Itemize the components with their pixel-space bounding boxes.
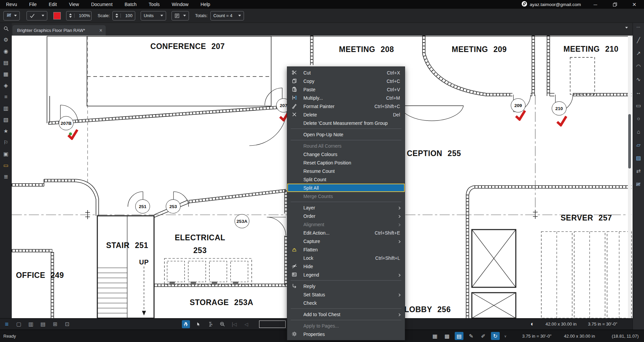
- first-page-button[interactable]: |◁: [230, 320, 238, 328]
- totals-dropdown[interactable]: Count = 4: [210, 11, 244, 20]
- spaces-icon[interactable]: ◈: [3, 83, 9, 88]
- status-page-size[interactable]: 42.00 x 30.00 in: [558, 334, 595, 339]
- count-check-markup[interactable]: [66, 129, 80, 142]
- account-button[interactable]: ayaz.taimoor@gmail.com: [522, 1, 586, 8]
- studio-stack-icon[interactable]: ≣: [3, 174, 9, 180]
- menu-item-multiply[interactable]: Multiply...Ctrl+M: [287, 94, 405, 102]
- caption-style-dropdown[interactable]: [171, 11, 189, 20]
- markup-list-icon[interactable]: ▥: [3, 105, 9, 111]
- spinner-arrows-icon[interactable]: [69, 13, 75, 18]
- menu-item-hide[interactable]: Hide: [287, 262, 405, 271]
- page-number-input[interactable]: [259, 321, 286, 328]
- polyline-tool-icon[interactable]: ∿: [636, 77, 642, 82]
- menu-view[interactable]: View: [63, 0, 85, 9]
- menu-item-format-painter[interactable]: Format PainterCtrl+Shift+C: [287, 102, 405, 110]
- color-pen-icon[interactable]: ✐: [479, 332, 488, 340]
- line-tool-icon[interactable]: ╱: [636, 37, 642, 43]
- menu-item-open-pop-up-note[interactable]: Open Pop-Up Note: [287, 130, 405, 139]
- minimize-button[interactable]: ─: [586, 0, 605, 9]
- menu-file[interactable]: File: [23, 0, 43, 9]
- grid-snap-icon[interactable]: ▦: [431, 332, 439, 340]
- measure-between-icon[interactable]: ⇄: [636, 168, 642, 174]
- menu-tools[interactable]: Tools: [143, 0, 166, 9]
- count-tool-icon[interactable]: [636, 181, 642, 187]
- opacity-spinner[interactable]: 100%: [66, 11, 92, 20]
- arc-tool-icon[interactable]: ◠: [636, 63, 642, 69]
- tab-close-icon[interactable]: ×: [99, 28, 102, 33]
- menu-item-paste[interactable]: PasteCtrl+V: [287, 85, 405, 94]
- full-page-view-icon[interactable]: ⊞: [51, 320, 59, 328]
- stamp-icon[interactable]: ◉: [3, 48, 9, 54]
- single-pane-icon[interactable]: ▢: [15, 320, 23, 328]
- drag-handle-icon[interactable]: •••: [636, 24, 642, 30]
- count-check-markup[interactable]: [555, 115, 569, 129]
- select-tool-button[interactable]: [194, 320, 202, 328]
- layers-icon[interactable]: ≡: [3, 94, 9, 100]
- menu-item-capture[interactable]: Capture: [287, 237, 405, 245]
- fit-page-icon[interactable]: ⊡: [63, 320, 71, 328]
- split-horizontal-icon[interactable]: ▤: [39, 320, 47, 328]
- menu-item-split-all[interactable]: Split All: [287, 184, 405, 192]
- perimeter-tool-icon[interactable]: ▱: [636, 142, 642, 148]
- reuse-caret-icon[interactable]: ∨: [503, 332, 508, 340]
- menu-item-reply[interactable]: Reply: [287, 282, 405, 290]
- settings-gear-icon[interactable]: ⚙: [3, 37, 9, 43]
- thumbnails-icon[interactable]: ▦: [3, 71, 9, 77]
- menu-item-properties[interactable]: Properties: [287, 330, 405, 338]
- reuse-markup-icon[interactable]: ↻: [491, 332, 500, 340]
- menu-document[interactable]: Document: [85, 0, 118, 9]
- arrow-tool-icon[interactable]: ↗: [636, 50, 642, 56]
- previous-page-button[interactable]: ◁: [242, 320, 250, 328]
- select-text-button[interactable]: A: [206, 320, 214, 328]
- count-check-markup[interactable]: [514, 109, 528, 123]
- menu-item-cut[interactable]: CutCtrl+X: [287, 68, 405, 77]
- menu-edit[interactable]: Edit: [43, 0, 63, 9]
- document-tab[interactable]: Brighter Graphics Floor Plan RAW* ×: [12, 25, 106, 36]
- count-tool-dropdown[interactable]: [3, 11, 20, 20]
- menu-item-lock[interactable]: LockCtrl+Shift+L: [287, 254, 405, 262]
- check-style-dropdown[interactable]: [27, 11, 47, 20]
- menu-item-add-to-tool-chest[interactable]: Add to Tool Chest: [287, 310, 405, 319]
- restore-button[interactable]: [605, 0, 625, 9]
- pan-tool-button[interactable]: [182, 320, 190, 328]
- spinner-arrows-icon[interactable]: [115, 13, 121, 18]
- menu-item-reset-caption-position[interactable]: Reset Caption Position: [287, 158, 405, 167]
- media-icon[interactable]: ▧: [3, 117, 9, 123]
- bookmarks-icon[interactable]: ★: [3, 128, 9, 134]
- menu-item-legend[interactable]: Legend: [287, 271, 405, 279]
- scrollbar-thumb[interactable]: [628, 114, 631, 168]
- tool-chest-icon[interactable]: ▣: [3, 151, 9, 157]
- contrast-icon[interactable]: ◐: [531, 321, 534, 328]
- search-icon[interactable]: [3, 26, 9, 31]
- snap-to-markup-icon[interactable]: ▩: [443, 332, 451, 340]
- menu-item-copy[interactable]: CopyCtrl+C: [287, 77, 405, 85]
- menu-item-delete-count-measurement-from-group[interactable]: Delete 'Count Measurement' from Group: [287, 119, 405, 127]
- canvas-scrollbar[interactable]: [628, 36, 631, 318]
- split-vertical-icon[interactable]: ▥: [27, 320, 35, 328]
- file-access-icon[interactable]: ▤: [3, 60, 9, 65]
- ellipse-tool-icon[interactable]: ○: [636, 116, 642, 121]
- menu-item-delete[interactable]: DeleteDel: [287, 110, 405, 119]
- tab-list-chevron-icon[interactable]: [625, 27, 628, 29]
- menu-window[interactable]: Window: [166, 0, 195, 9]
- markup-pen-icon[interactable]: ✎: [467, 332, 476, 340]
- polygon-tool-icon[interactable]: ⌂: [636, 129, 642, 135]
- measurements-ruler-icon[interactable]: ▭: [3, 162, 9, 168]
- document-markup-icon[interactable]: ▤: [455, 332, 463, 340]
- color-swatch[interactable]: [53, 12, 61, 19]
- menu-item-layer[interactable]: Layer: [287, 203, 405, 212]
- menu-item-set-status[interactable]: Set Status: [287, 290, 405, 299]
- close-button[interactable]: ×: [625, 0, 644, 9]
- menu-item-check[interactable]: Check: [287, 299, 405, 307]
- scale-spinner[interactable]: 100: [112, 11, 135, 20]
- menu-item-split-count[interactable]: Split Count: [287, 175, 405, 184]
- menu-item-change-colours[interactable]: Change Colours: [287, 150, 405, 158]
- status-scale[interactable]: 3.75 in = 30'-0": [514, 334, 551, 339]
- rectangle-tool-icon[interactable]: ▭: [636, 103, 642, 108]
- dimension-tool-icon[interactable]: ↔: [636, 90, 642, 95]
- markup-list-toggle-icon[interactable]: ≡: [3, 320, 11, 328]
- menu-batch[interactable]: Batch: [118, 0, 143, 9]
- menu-revu[interactable]: Revu: [0, 0, 23, 9]
- units-dropdown[interactable]: Units: [141, 11, 166, 20]
- menu-item-edit-action[interactable]: Edit Action...Ctrl+Shift+E: [287, 229, 405, 237]
